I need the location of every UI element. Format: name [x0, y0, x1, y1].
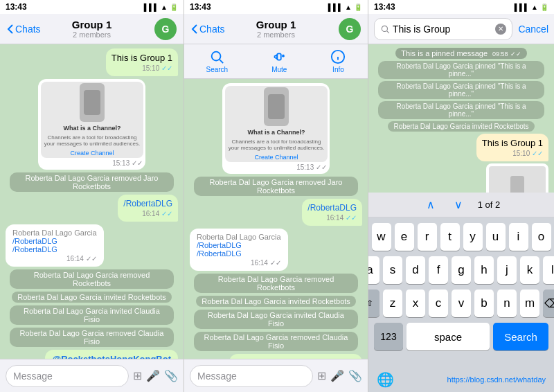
- panel-2: 13:43 ▌▌▌ ▲ 🔋 Chats Group 1 2 members G: [184, 0, 368, 392]
- kb-key-a[interactable]: a: [368, 256, 379, 284]
- pinned-msg-3b: Roberta Dal Lago Garcia pinned "This is …: [378, 81, 544, 99]
- search-clear-3[interactable]: ✕: [495, 24, 506, 35]
- system-msg-2d: Roberta Dal Lago Garcia invited Claudia …: [194, 310, 358, 329]
- kb-key-k[interactable]: k: [520, 256, 539, 284]
- kb-row-bottom: 123 space Search: [371, 323, 551, 350]
- wifi-icon-2: ▲: [345, 3, 352, 11]
- img-link-1[interactable]: Create Channel: [70, 150, 114, 157]
- kb-shift[interactable]: ⇧: [368, 289, 379, 317]
- kb-key-f[interactable]: f: [429, 256, 448, 284]
- kb-key-z[interactable]: z: [383, 289, 402, 317]
- kb-key-x[interactable]: x: [406, 289, 425, 317]
- search-input-value-3[interactable]: This is Group: [393, 24, 492, 35]
- panel-1: 13:43 ▌▌▌ ▲ 🔋 Chats Group 1 2 members G …: [0, 0, 184, 392]
- toolbar-mute-item[interactable]: Mute: [271, 49, 287, 73]
- nav-subtitle-1: 2 members: [72, 30, 112, 39]
- wifi-icon-3: ▲: [531, 3, 538, 11]
- system-msg-1a: Roberta Dal Lago Garcia removed Jaro Roc…: [10, 172, 174, 192]
- kb-key-m[interactable]: m: [520, 289, 539, 317]
- kb-key-t[interactable]: t: [440, 223, 460, 251]
- back-label-2: Chats: [199, 24, 225, 35]
- screen-container: 13:43 ▌▌▌ ▲ 🔋 Chats Group 1 2 members G …: [0, 0, 554, 392]
- message-input-1[interactable]: Message: [6, 365, 129, 387]
- img-time-2: 15:13 ✓✓: [225, 163, 327, 171]
- message-input-2[interactable]: Message: [190, 365, 313, 387]
- kb-key-b[interactable]: b: [474, 289, 494, 317]
- battery-icon-2: 🔋: [354, 3, 362, 11]
- pinned-msg-3c: Roberta Dal Lago Garcia pinned "This is …: [378, 101, 544, 119]
- search-next-3[interactable]: ∨: [450, 197, 467, 213]
- kb-delete[interactable]: ⌫: [543, 289, 554, 317]
- kb-key-u[interactable]: u: [486, 223, 506, 251]
- kb-key-v[interactable]: v: [452, 289, 471, 317]
- sticker-icon-1[interactable]: ⊞: [133, 369, 142, 382]
- system-msg-2e: Roberta Dal Lago Garcia removed Claudia …: [194, 332, 358, 351]
- avatar-1[interactable]: G: [154, 18, 177, 40]
- kb-key-d[interactable]: d: [406, 256, 425, 284]
- battery-icon-3: 🔋: [540, 3, 548, 11]
- status-icons-3: ▌▌▌ ▲ 🔋: [515, 3, 548, 11]
- signal-icon-2: ▌▌▌: [328, 3, 343, 11]
- globe-icon-3[interactable]: 🌐: [377, 371, 394, 388]
- system-msg-1e: Roberta Dal Lago Garcia removed Claudia …: [10, 328, 174, 347]
- kb-key-o[interactable]: o: [532, 223, 551, 251]
- nav-title-2: Group 1: [256, 19, 296, 30]
- svg-point-0: [212, 52, 221, 61]
- search-count-3: 1 of 2: [478, 199, 501, 210]
- status-time-2: 13:43: [190, 2, 211, 12]
- img-caption-body-1: Channels are a tool for broadcasting you…: [41, 134, 143, 147]
- kb-key-y[interactable]: y: [463, 223, 483, 251]
- signal-icon-3: ▌▌▌: [515, 3, 529, 11]
- svg-rect-2: [278, 53, 282, 60]
- kb-key-c[interactable]: c: [429, 289, 448, 317]
- image-placeholder-1: What is a Channel? Channels are a tool f…: [41, 82, 143, 158]
- input-bar-2: Message ⊞ 🎤 📎: [184, 359, 368, 392]
- mic-icon-2[interactable]: 🎤: [330, 369, 344, 382]
- nav-title-1: Group 1: [72, 19, 112, 30]
- search-input-wrap-3: This is Group ✕: [374, 18, 512, 40]
- mention-block-1: Roberta Dal Lago Garcia /RobertaDLG /Rob…: [6, 224, 104, 267]
- panel-3: 13:43 ▌▌▌ ▲ 🔋 This is Group ✕ Cancel Thi…: [368, 0, 554, 392]
- kb-search-key[interactable]: Search: [493, 323, 548, 350]
- kb-key-w[interactable]: w: [372, 223, 391, 251]
- system-msg-2a: Roberta Dal Lago Garcia removed Jaro Roc…: [194, 177, 358, 196]
- search-prev-3[interactable]: ∧: [422, 197, 439, 213]
- nav-subtitle-2: 2 members: [256, 30, 296, 39]
- mention-right-1: /RobertaDLG 16:14 ✓✓: [118, 195, 178, 222]
- back-button-2[interactable]: Chats: [191, 24, 225, 35]
- attach-icon-2[interactable]: 📎: [348, 369, 362, 382]
- kb-key-j[interactable]: j: [497, 256, 517, 284]
- system-msg-1b: Roberta Dal Lago Garcia removed Rocketbo…: [10, 269, 174, 289]
- kb-key-s[interactable]: s: [383, 256, 402, 284]
- kb-url-hint-3: https://blog.csdn.net/whatday: [447, 375, 546, 384]
- kb-key-i[interactable]: i: [509, 223, 528, 251]
- toolbar-info-item[interactable]: Info: [330, 49, 346, 73]
- cancel-button-3[interactable]: Cancel: [518, 24, 548, 35]
- battery-icon-1: 🔋: [170, 3, 178, 11]
- kb-key-g[interactable]: g: [452, 256, 471, 284]
- avatar-2[interactable]: G: [339, 18, 361, 40]
- status-icons-1: ▌▌▌ ▲ 🔋: [144, 3, 178, 11]
- msg-time-1: 15:10 ✓✓: [111, 64, 172, 72]
- svg-point-8: [382, 26, 387, 31]
- kb-key-r[interactable]: r: [418, 223, 437, 251]
- back-button-1[interactable]: Chats: [7, 24, 41, 35]
- kb-key-e[interactable]: e: [395, 223, 414, 251]
- image-msg-2: What is a Channel? Channels are a tool f…: [222, 83, 330, 174]
- img-thumbnail-3: [486, 163, 548, 193]
- img-link-2[interactable]: Create Channel: [254, 154, 298, 161]
- status-time-1: 13:43: [6, 2, 27, 12]
- toolbar-search-item[interactable]: Search: [206, 49, 229, 73]
- mic-icon-1[interactable]: 🎤: [146, 369, 160, 382]
- sticker-icon-2[interactable]: ⊞: [317, 369, 326, 382]
- kb-key-n[interactable]: n: [497, 289, 517, 317]
- kb-key-l[interactable]: l: [543, 256, 554, 284]
- at-message-2: @RocketbotsHongKongBot 16:21 ✓✓: [229, 354, 362, 359]
- attach-icon-1[interactable]: 📎: [164, 369, 178, 382]
- chat-toolbar-2: Search Mute Info: [184, 44, 368, 79]
- kb-space-key[interactable]: space: [406, 323, 490, 350]
- img-caption-title-2: What is a Channel?: [244, 129, 307, 136]
- kb-key-h[interactable]: h: [474, 256, 494, 284]
- kb-num-key[interactable]: 123: [374, 323, 403, 350]
- svg-line-1: [220, 60, 223, 63]
